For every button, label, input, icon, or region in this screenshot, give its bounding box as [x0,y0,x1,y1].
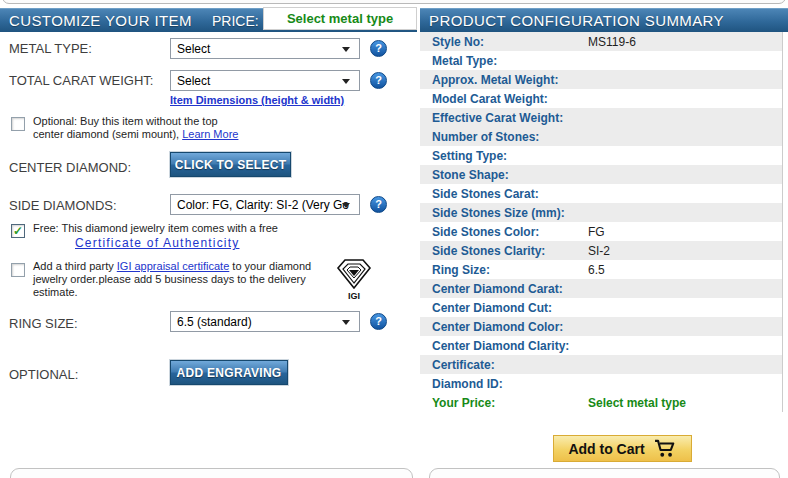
summary-row-label: Style No: [420,35,588,49]
side-diamonds-label: SIDE DIAMONDS: [9,198,117,213]
price-label: PRICE: [212,13,259,29]
igi-diamond-icon: IGI [333,255,375,301]
optional-label: OPTIONAL: [9,367,78,382]
side-diamonds-select[interactable]: Color: FG, Clarity: SI-2 (Very Go [170,194,360,215]
igi-appraisal-checkbox[interactable] [11,263,25,277]
metal-type-label: METAL TYPE: [9,41,92,56]
summary-row-label: Center Diamond Carat: [420,282,588,296]
chevron-down-icon [342,47,350,52]
igi-appraisal-text: Add a third party IGI appraisal certific… [33,260,311,299]
metal-type-select[interactable]: Select [170,38,360,59]
summary-row-label: Approx. Metal Weight: [420,73,588,87]
summary-row: Model Carat Weight: [420,89,782,108]
appraisal-before-link: Add a third party [33,260,117,272]
add-to-cart-button[interactable]: Add to Cart [553,435,692,462]
free-certificate-line1: Free: This diamond jewelry item comes wi… [33,222,278,234]
certificate-of-authenticity-link[interactable]: Certificate of Authenticity [75,236,239,250]
summary-row-label: Center Diamond Cut: [420,301,588,315]
summary-row: Center Diamond Clarity: [420,336,782,355]
center-diamond-label: CENTER DIAMOND: [9,160,131,175]
ring-size-help-icon[interactable]: ? [370,313,387,330]
summary-row: Number of Stones: [420,127,782,146]
summary-row: Metal Type: [420,51,782,70]
metal-type-help-icon[interactable]: ? [370,40,387,57]
appraisal-line2: jewelry order.please add 5 business days… [33,273,306,285]
chevron-down-icon [342,79,350,84]
summary-row: Stone Shape: [420,165,782,184]
summary-row-label: Side Stones Size (mm): [420,206,588,220]
summary-row: Ring Size:6.5 [420,260,782,279]
ring-size-label: RING SIZE: [9,316,78,331]
summary-row-label: Number of Stones: [420,130,588,144]
summary-row: Side Stones Size (mm): [420,203,782,222]
summary-row: Center Diamond Carat: [420,279,782,298]
summary-row-label: Ring Size: [420,263,588,277]
click-to-select-button[interactable]: CLICK TO SELECT [170,152,291,177]
summary-row: Side Stones Color:FG [420,222,782,241]
summary-row-label: Metal Type: [420,54,588,68]
semi-mount-line1: Optional: Buy this item without the top [33,115,218,127]
side-diamonds-value: Color: FG, Clarity: SI-2 (Very Go [177,198,349,212]
semi-mount-checkbox[interactable] [11,117,25,131]
summary-row-value: FG [588,225,605,239]
summary-row: Certificate: [420,355,782,374]
chevron-down-icon [342,203,350,208]
igi-icon-label: IGI [348,291,360,301]
customize-title: CUSTOMIZE YOUR ITEM [0,12,192,29]
summary-row-label: Your Price: [420,396,588,410]
carat-weight-help-icon[interactable]: ? [370,72,387,89]
summary-row-label: Center Diamond Clarity: [420,339,588,353]
ring-size-select[interactable]: 6.5 (standard) [170,311,360,332]
customize-header: CUSTOMIZE YOUR ITEM PRICE: Select metal … [0,8,417,32]
summary-row: Effective Carat Weight: [420,108,782,127]
add-engraving-button[interactable]: ADD ENGRAVING [170,360,288,385]
appraisal-line3: estimate. [33,286,78,298]
summary-row-label: Model Carat Weight: [420,92,588,106]
summary-row-value: MS119-6 [588,35,636,49]
summary-row-label: Setting Type: [420,149,588,163]
carat-weight-select[interactable]: Select [170,70,360,91]
semi-mount-line2: center diamond (semi mount), [33,128,182,140]
metal-type-value: Select [177,42,210,56]
side-diamonds-help-icon[interactable]: ? [370,196,387,213]
carat-weight-label: TOTAL CARAT WEIGHT: [9,73,153,88]
summary-row: Center Diamond Cut: [420,298,782,317]
semi-mount-text: Optional: Buy this item without the top … [33,115,238,141]
free-certificate-checkbox[interactable]: ✓ [11,224,25,238]
summary-row-value: Select metal type [588,396,686,410]
summary-row: Your Price:Select metal type [420,393,782,412]
bottom-panel-right [429,468,780,478]
summary-row: Diamond ID: [420,374,782,393]
summary-header: PRODUCT CONFIGURATION SUMMARY [420,8,788,32]
summary-row: Setting Type: [420,146,782,165]
learn-more-link[interactable]: Learn More [182,128,238,140]
summary-row-label: Center Diamond Color: [420,320,588,334]
summary-row: Center Diamond Color: [420,317,782,336]
appraisal-after-link: to your diamond [229,260,311,272]
summary-row-value: 6.5 [588,263,605,277]
product-configurator: CUSTOMIZE YOUR ITEM PRICE: Select metal … [0,0,788,478]
summary-row-label: Stone Shape: [420,168,588,182]
igi-appraisal-link[interactable]: IGI appraisal certificate [117,260,230,272]
summary-row-label: Certificate: [420,358,588,372]
free-certificate-text: Free: This diamond jewelry item comes wi… [33,222,278,250]
item-dimensions-link[interactable]: Item Dimensions (height & width) [170,94,344,106]
add-to-cart-label: Add to Cart [568,441,644,457]
summary-row: Approx. Metal Weight: [420,70,782,89]
summary-row-label: Side Stones Clarity: [420,244,588,258]
ring-size-value: 6.5 (standard) [177,315,252,329]
summary-table: Style No:MS119-6Metal Type:Approx. Metal… [420,32,783,412]
summary-row: Side Stones Carat: [420,184,782,203]
chevron-down-icon [342,320,350,325]
summary-title: PRODUCT CONFIGURATION SUMMARY [420,12,724,29]
carat-weight-value: Select [177,74,210,88]
summary-row-label: Effective Carat Weight: [420,111,588,125]
price-value-box: Select metal type [263,7,417,30]
bottom-panel-left [10,468,413,478]
summary-row-value: SI-2 [588,244,610,258]
summary-row: Style No:MS119-6 [420,32,782,51]
summary-row-label: Side Stones Color: [420,225,588,239]
summary-row-label: Diamond ID: [420,377,588,391]
cart-icon [654,439,677,458]
summary-row-label: Side Stones Carat: [420,187,588,201]
